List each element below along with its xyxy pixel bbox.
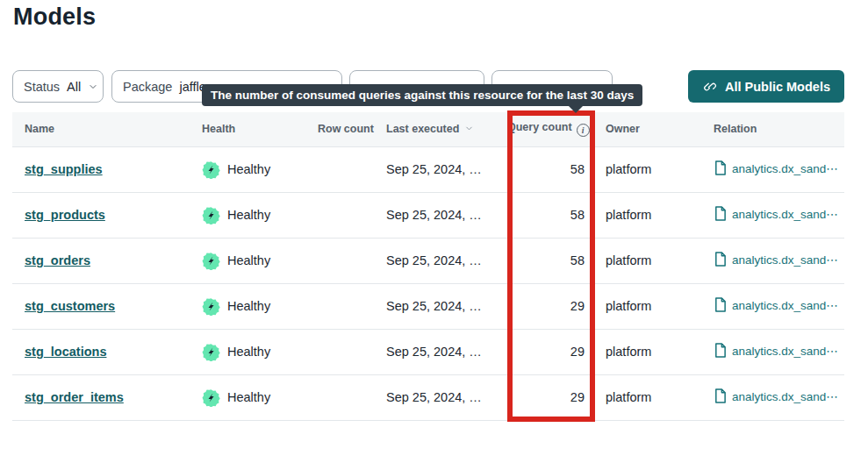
- info-icon[interactable]: i: [577, 124, 590, 137]
- relation-text: analytics.dx_sand⋯: [732, 207, 838, 221]
- relation-text: analytics.dx_sand⋯: [732, 253, 838, 267]
- relation-link[interactable]: analytics.dx_sand⋯: [714, 388, 838, 403]
- column-header-health[interactable]: Health: [202, 112, 316, 146]
- healthy-badge-icon: [202, 297, 220, 316]
- chevron-down-icon: [88, 82, 98, 92]
- last-executed-value: Sep 25, 2024, …: [386, 238, 507, 283]
- column-header-owner[interactable]: Owner: [595, 112, 702, 146]
- owner-value: platform: [595, 374, 702, 420]
- healthy-badge-icon: [202, 252, 220, 270]
- row-count-value: [316, 374, 386, 420]
- healthy-badge-icon: [202, 206, 220, 224]
- document-icon: [714, 388, 727, 403]
- healthy-badge-icon: [202, 160, 220, 179]
- owner-value: platform: [595, 283, 702, 329]
- model-link[interactable]: stg_supplies: [25, 162, 103, 176]
- model-link[interactable]: stg_products: [25, 208, 105, 222]
- health-status-text: Healthy: [227, 345, 270, 359]
- query-count-value: 58: [507, 146, 595, 192]
- relation-link[interactable]: analytics.dx_sand⋯: [714, 206, 838, 221]
- healthy-badge-icon: [202, 388, 220, 407]
- health-status-text: Healthy: [227, 299, 270, 313]
- health-status-text: Healthy: [227, 390, 270, 404]
- all-public-models-label: All Public Models: [725, 80, 830, 94]
- sort-chevron-icon[interactable]: [464, 124, 474, 133]
- document-icon: [714, 297, 727, 312]
- relation-text: analytics.dx_sand⋯: [732, 298, 838, 312]
- last-executed-value: Sep 25, 2024, …: [386, 283, 507, 329]
- all-public-models-button[interactable]: All Public Models: [688, 70, 844, 103]
- relation-text: analytics.dx_sand⋯: [732, 161, 838, 175]
- relation-link[interactable]: analytics.dx_sand⋯: [714, 160, 838, 175]
- owner-value: platform: [595, 146, 702, 192]
- relation-link[interactable]: analytics.dx_sand⋯: [714, 297, 838, 312]
- last-executed-value: Sep 25, 2024, …: [386, 146, 507, 192]
- row-count-value: [316, 238, 386, 283]
- query-count-value: 29: [507, 374, 595, 420]
- owner-value: platform: [595, 238, 702, 283]
- model-link[interactable]: stg_customers: [25, 299, 115, 313]
- table-row: stg_locations Healthy Sep 25, 2024, … 29…: [12, 329, 844, 374]
- last-executed-value: Sep 25, 2024, …: [386, 329, 507, 374]
- link-icon: [702, 79, 717, 94]
- status-filter[interactable]: Status All: [12, 70, 104, 103]
- last-executed-value: Sep 25, 2024, …: [386, 192, 507, 238]
- status-filter-label: Status: [24, 80, 60, 94]
- owner-value: platform: [595, 192, 702, 238]
- model-link[interactable]: stg_order_items: [25, 390, 124, 404]
- query-count-value: 29: [507, 329, 595, 374]
- healthy-badge-icon: [202, 343, 220, 361]
- last-executed-value: Sep 25, 2024, …: [386, 374, 507, 420]
- health-status-text: Healthy: [227, 208, 270, 222]
- row-count-value: [316, 329, 386, 374]
- document-icon: [714, 160, 727, 175]
- package-filter-label: Package: [123, 80, 172, 94]
- query-count-tooltip: The number of consumed queries against t…: [202, 84, 642, 106]
- table-row: stg_supplies Healthy Sep 25, 2024, … 58 …: [12, 146, 844, 192]
- query-count-value: 29: [507, 283, 595, 329]
- query-count-value: 58: [507, 238, 595, 283]
- model-link[interactable]: stg_orders: [25, 253, 90, 267]
- row-count-value: [316, 192, 386, 238]
- column-header-name[interactable]: Name: [12, 112, 202, 146]
- model-link[interactable]: stg_locations: [25, 345, 106, 359]
- relation-link[interactable]: analytics.dx_sand⋯: [714, 252, 838, 267]
- relation-text: analytics.dx_sand⋯: [732, 389, 838, 403]
- row-count-value: [316, 146, 386, 192]
- relation-text: analytics.dx_sand⋯: [732, 344, 838, 358]
- row-count-value: [316, 283, 386, 329]
- query-count-value: 58: [507, 192, 595, 238]
- document-icon: [714, 252, 727, 267]
- health-status-text: Healthy: [227, 253, 270, 267]
- table-row: stg_products Healthy Sep 25, 2024, … 58 …: [12, 192, 844, 238]
- column-header-last-executed[interactable]: Last executed: [386, 112, 507, 146]
- table-row: stg_order_items Healthy Sep 25, 2024, … …: [12, 374, 844, 420]
- column-header-query-count[interactable]: Query counti: [507, 112, 595, 146]
- relation-link[interactable]: analytics.dx_sand⋯: [714, 343, 838, 358]
- models-page: Models Status All Package jaffle_ All Pu…: [0, 0, 868, 470]
- models-table: Name Health Row count Last executed Quer…: [12, 112, 844, 421]
- table-row: stg_customers Healthy Sep 25, 2024, … 29…: [12, 283, 844, 329]
- query-count-label: Query count: [507, 121, 572, 133]
- last-executed-label: Last executed: [386, 123, 459, 135]
- column-header-row-count[interactable]: Row count: [316, 112, 386, 146]
- table-header-row: Name Health Row count Last executed Quer…: [12, 112, 844, 146]
- health-status-text: Healthy: [227, 162, 270, 176]
- page-title: Models: [13, 4, 96, 31]
- owner-value: platform: [595, 329, 702, 374]
- document-icon: [714, 206, 727, 221]
- column-header-relation[interactable]: Relation: [702, 112, 844, 146]
- status-filter-value: All: [67, 80, 81, 94]
- document-icon: [714, 343, 727, 358]
- table-row: stg_orders Healthy Sep 25, 2024, … 58 pl…: [12, 238, 844, 283]
